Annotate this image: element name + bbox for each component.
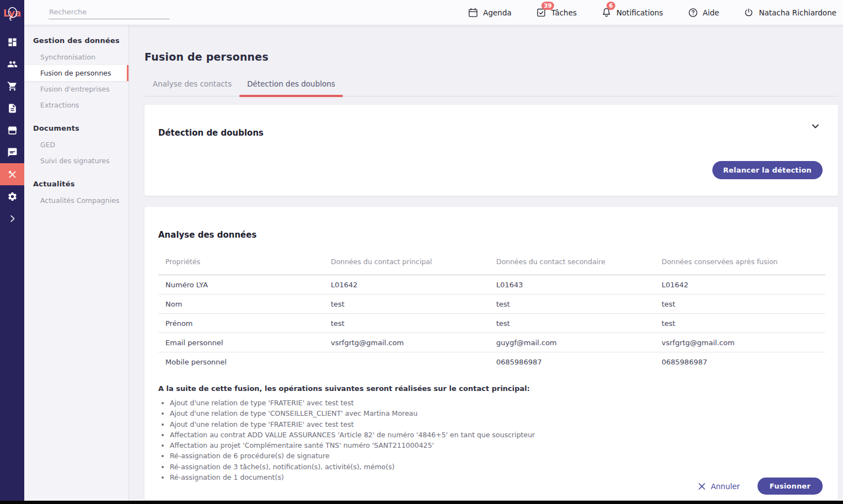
operation-item: Ré-assignation de 3 tâche(s), notificati… xyxy=(170,463,838,471)
table-cell: Nom xyxy=(158,300,324,308)
sidebar-item-actualites-compagnies[interactable]: Actualités Compagnies xyxy=(24,192,128,208)
operation-item: Affectation au contrat ADD VALUE ASSURAN… xyxy=(170,431,838,439)
rail-item-document[interactable] xyxy=(0,97,24,119)
table-cell: 0685986987 xyxy=(654,358,825,366)
table-cell: test xyxy=(324,300,489,308)
topbar-item-label: Aide xyxy=(703,8,719,17)
expand-icon xyxy=(7,213,18,224)
operation-item: Affectation au projet 'Complémentaire sa… xyxy=(170,441,838,450)
app-logo[interactable]: Lya xyxy=(0,0,24,25)
table-cell: test xyxy=(654,319,825,328)
column-header: Propriétés xyxy=(158,258,324,266)
sidebar-item-synchronisation[interactable]: Synchronisation xyxy=(24,49,128,65)
sidebar-section-actualites: Actualités xyxy=(24,169,128,192)
rail-item-chat[interactable] xyxy=(0,141,24,163)
dashboard-icon xyxy=(7,37,18,47)
table-cell: guygf@mail.com xyxy=(489,339,654,347)
help-icon xyxy=(688,7,699,18)
lya-logo-icon: Lya xyxy=(2,3,23,23)
notification-badge: 6 xyxy=(606,2,615,10)
rail-item-expand[interactable] xyxy=(0,207,24,229)
operations-list: Ajout d'une relation de type 'FRATERIE' … xyxy=(162,399,838,482)
store-icon xyxy=(7,125,18,136)
nav-rail xyxy=(0,25,24,504)
cart-icon xyxy=(7,81,18,92)
table-cell: Numéro LYA xyxy=(158,281,324,289)
table-row-numero-lya: Numéro LYAL01642L01643L01642 xyxy=(158,275,825,294)
sidebar-item-fusion-d-entreprises[interactable]: Fusion d'entreprises xyxy=(24,81,128,97)
topbar-item-notifications[interactable]: 6Notifications xyxy=(601,7,663,18)
topbar-item-label: Tâches xyxy=(551,8,577,17)
operation-item: Ajout d'une relation de type 'FRATERIE' … xyxy=(170,399,838,408)
topbar-actions: Agenda39Tâches6NotificationsAideNatacha … xyxy=(468,7,843,18)
close-icon xyxy=(698,482,706,490)
table-body: Numéro LYAL01642L01643L01642Nomtesttestt… xyxy=(158,275,825,372)
sidebar-section-gestion-des-donnees: Gestion des données xyxy=(24,25,128,49)
sidebar-item-suivi-des-signatures[interactable]: Suivi des signatures xyxy=(24,153,128,169)
table-cell: L01643 xyxy=(489,281,654,289)
sidebar-nav: Gestion des donnéesSynchronisationFusion… xyxy=(24,25,129,504)
main-content: Fusion de personnes Analyse des contacts… xyxy=(129,25,843,504)
detection-card-title: Détection de doublons xyxy=(144,105,838,138)
rail-item-settings[interactable] xyxy=(0,185,24,207)
settings-icon xyxy=(7,191,18,202)
sidebar-item-extractions[interactable]: Extractions xyxy=(24,97,128,113)
topbar-item-label: Notifications xyxy=(616,8,663,17)
table-row-mobile-personnel: Mobile personnel06859869870685986987 xyxy=(158,352,825,372)
bell-icon: 6 xyxy=(601,7,612,18)
notification-badge: 39 xyxy=(541,2,555,10)
tab-analyse-des-contacts[interactable]: Analyse des contacts xyxy=(145,75,239,96)
table-cell: test xyxy=(489,300,654,308)
table-cell: vsrfgrtg@gmail.com xyxy=(324,339,489,347)
page-title: Fusion de personnes xyxy=(144,51,843,63)
analysis-card-title: Analyse des données xyxy=(144,207,838,240)
comparison-table: PropriétésDonnées du contact principalDo… xyxy=(158,251,825,372)
merge-button[interactable]: Fusionner xyxy=(758,478,823,495)
operation-item: Ré-assignation de 6 procédure(s) de sign… xyxy=(170,452,838,460)
column-header: Données conservées après fusion xyxy=(654,258,825,266)
sidebar-item-fusion-de-personnes[interactable]: Fusion de personnes xyxy=(24,65,128,81)
power-icon xyxy=(743,7,754,18)
tasks-icon: 39 xyxy=(536,7,547,18)
table-cell: 0685986987 xyxy=(489,358,654,366)
table-cell: test xyxy=(654,300,825,308)
operations-intro: A la suite de cette fusion, les opératio… xyxy=(158,384,824,393)
operation-item: Ajout d'une relation de type 'CONSEILLER… xyxy=(170,409,838,418)
table-cell: L01642 xyxy=(654,281,825,289)
table-cell: test xyxy=(489,319,654,328)
table-cell: Mobile personnel xyxy=(158,358,324,366)
column-header: Données du contact principal xyxy=(324,258,489,266)
topbar-item-label: Agenda xyxy=(483,8,512,17)
topbar-item-agenda[interactable]: Agenda xyxy=(468,7,512,18)
table-row-nom: Nomtesttesttest xyxy=(158,294,825,314)
chat-icon xyxy=(7,147,18,158)
document-icon xyxy=(7,103,18,114)
topbar-item-taches[interactable]: 39Tâches xyxy=(536,7,577,18)
search-input[interactable] xyxy=(49,6,170,19)
bottom-edge-bar xyxy=(0,501,843,504)
sidebar-item-ged[interactable]: GED xyxy=(24,137,128,153)
table-cell: L01642 xyxy=(324,281,489,289)
calendar-icon xyxy=(468,7,479,18)
card-actions: Annuler Fusionner xyxy=(698,478,823,495)
rail-item-cart[interactable] xyxy=(0,75,24,97)
table-header-row: PropriétésDonnées du contact principalDo… xyxy=(158,251,825,275)
column-header: Données du contact secondaire xyxy=(489,258,654,266)
cancel-label: Annuler xyxy=(711,482,740,491)
rail-item-store[interactable] xyxy=(0,119,24,141)
chevron-down-icon[interactable] xyxy=(810,121,820,131)
relaunch-detection-button[interactable]: Relancer la détection xyxy=(712,161,823,179)
topbar-item-natacha-richiardone[interactable]: Natacha Richiardone xyxy=(743,7,836,18)
rail-item-tools[interactable] xyxy=(0,163,24,185)
detection-card: Détection de doublons Relancer la détect… xyxy=(144,105,838,196)
cancel-button[interactable]: Annuler xyxy=(698,482,740,491)
rail-item-dashboard[interactable] xyxy=(0,31,24,53)
table-cell: test xyxy=(324,319,489,328)
tab-detection-des-doublons[interactable]: Détection des doublons xyxy=(239,75,343,96)
table-row-email-personnel: Email personnelvsrfgrtg@gmail.comguygf@m… xyxy=(158,333,825,352)
analysis-card: Analyse des données PropriétésDonnées du… xyxy=(144,207,838,500)
tools-icon xyxy=(7,169,18,180)
table-cell: Email personnel xyxy=(158,339,324,347)
rail-item-users[interactable] xyxy=(0,53,24,75)
topbar-item-aide[interactable]: Aide xyxy=(688,7,719,18)
